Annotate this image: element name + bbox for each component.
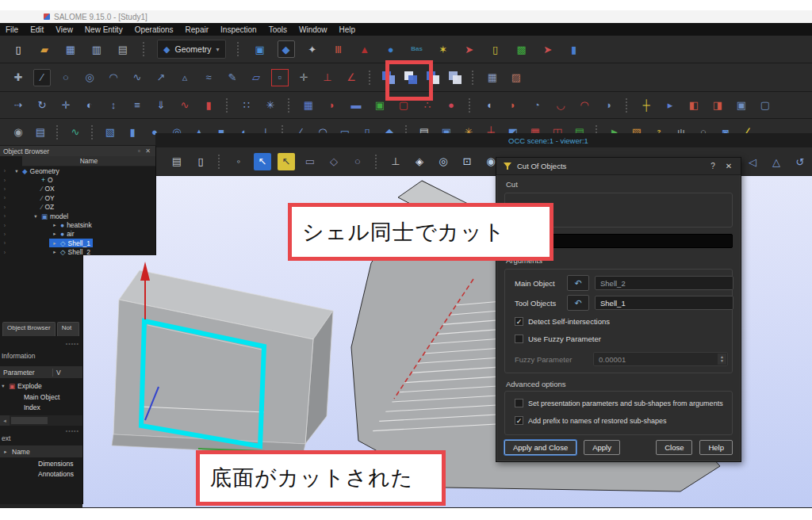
top-view-icon[interactable]: △ <box>768 153 785 170</box>
selection-arrow-icon[interactable]: ↶ <box>567 275 589 291</box>
clone-view-icon[interactable]: ▯ <box>192 153 209 170</box>
visibility-chevron-icon[interactable]: › <box>0 195 10 201</box>
menu-tools[interactable]: Tools <box>266 25 289 34</box>
menu-help[interactable]: Help <box>337 25 358 34</box>
remove-webs-icon[interactable]: ◧ <box>685 97 703 114</box>
keyboard-interaction-icon[interactable]: ↖ <box>278 153 295 170</box>
trihedron-op-icon[interactable]: ┼ <box>638 97 655 114</box>
visibility-chevron-icon[interactable]: › <box>0 240 10 246</box>
vector-icon[interactable]: ↗ <box>152 69 170 86</box>
polyline-icon[interactable]: ▵ <box>176 69 193 86</box>
section-icon[interactable] <box>447 70 463 86</box>
plane-icon[interactable]: ▱ <box>247 69 265 86</box>
open-icon[interactable]: ▰ <box>36 40 53 58</box>
detect-self-intersections-checkbox[interactable] <box>515 317 523 326</box>
bas-icon[interactable]: Bas <box>408 40 426 58</box>
cylinder-icon[interactable]: ▮ <box>124 124 141 141</box>
limit-tolerance-icon[interactable]: ▣ <box>733 97 750 114</box>
chart-icon[interactable]: ▮ <box>565 40 583 58</box>
use-fuzzy-parameter-checkbox[interactable] <box>515 335 523 343</box>
tree-item-index[interactable]: Index <box>0 402 82 412</box>
expander-icon[interactable]: ▾ <box>33 213 39 220</box>
tab-object-browser[interactable]: Object Browser <box>2 322 56 336</box>
geometry-module-icon[interactable]: ◆ <box>278 40 295 58</box>
close-button[interactable]: Close <box>656 440 692 455</box>
tree-item-heatsink[interactable]: ›▸●heatsink <box>0 220 155 229</box>
dialog-close-icon[interactable]: ✕ <box>723 162 734 170</box>
value-column-header[interactable]: V <box>53 369 61 377</box>
dialog-titlebar[interactable]: Cut Of Objects ? ✕ <box>496 158 741 175</box>
chamfer-icon[interactable]: ◗ <box>504 97 522 114</box>
view-cube-icon[interactable]: ◈ <box>411 153 428 170</box>
rgb-icon[interactable]: Ⅲ <box>330 40 347 58</box>
parameter-column-header[interactable]: Parameter <box>0 369 53 377</box>
copy-icon[interactable]: ▥ <box>88 40 105 58</box>
offset-icon[interactable]: ≡ <box>128 97 146 114</box>
local-cs-icon[interactable]: ⊥ <box>319 69 336 86</box>
fuzzy-parameter-field[interactable]: 0.00001 ▲▼ <box>593 352 728 366</box>
extension-icon[interactable]: ∿ <box>176 97 193 114</box>
menu-operations[interactable]: Operations <box>132 25 176 34</box>
list-item-annotations[interactable]: Annotations <box>38 470 74 478</box>
expander-icon[interactable]: ▾ <box>0 383 6 389</box>
arc-icon[interactable]: ◠ <box>105 69 122 86</box>
fit-all-icon[interactable]: ◎ <box>435 153 452 170</box>
feature-detection-icon[interactable]: ▨ <box>508 69 525 86</box>
dock-handle-2[interactable]: ••••• <box>66 428 79 434</box>
selection-arrow-icon-2[interactable]: ↶ <box>567 295 589 311</box>
sphere-op-icon[interactable]: ● <box>442 97 460 114</box>
save-icon[interactable]: ▦ <box>62 40 79 58</box>
set-presentation-checkbox[interactable] <box>515 399 523 407</box>
mesh-icon[interactable]: ▲ <box>356 40 373 58</box>
horizontal-scrollbar[interactable]: ◂ <box>0 415 82 426</box>
close-panel-icon[interactable]: ✕ <box>144 147 152 155</box>
reset-view-icon[interactable]: ↺ <box>791 153 809 170</box>
visibility-chevron-icon[interactable]: › <box>0 231 10 237</box>
picture-view-icon[interactable]: ▦ <box>484 69 501 86</box>
tree-item-air[interactable]: ›▸●air <box>0 230 155 239</box>
notebook-icon[interactable]: ▯ <box>487 40 504 58</box>
fillet-2d-icon[interactable]: ◔ <box>528 97 546 114</box>
tool-objects-field[interactable]: Shell_1 <box>595 296 733 310</box>
tree-item-oz[interactable]: ›∕OZ <box>0 203 155 212</box>
shell-cut-box[interactable] <box>112 262 333 455</box>
visibility-chevron-icon[interactable]: › <box>0 186 10 192</box>
scroll-left-icon[interactable]: ◂ <box>0 415 10 426</box>
expander-icon[interactable]: ▸ <box>52 222 58 228</box>
menu-new-entity[interactable]: New Entity <box>82 25 125 34</box>
float-panel-icon[interactable]: ▫ <box>135 147 144 155</box>
circle-icon[interactable]: ○ <box>57 69 75 86</box>
name-column-header[interactable]: Name <box>22 156 155 166</box>
front-view-icon[interactable]: ◁ <box>744 153 761 170</box>
ellipse-icon[interactable]: ◎ <box>81 69 98 86</box>
rounded-box-icon[interactable]: ▢ <box>756 97 774 114</box>
tree-item-explode[interactable]: ▾ ▣ Explode <box>0 380 82 391</box>
multi-rotation-icon[interactable]: ✳ <box>262 97 279 114</box>
paravis-icon[interactable]: ● <box>382 40 400 58</box>
apply-and-close-button[interactable]: Apply and Close <box>504 440 576 455</box>
rect-select-icon[interactable]: ▭ <box>301 153 319 170</box>
pin2-icon[interactable]: ➤ <box>539 40 557 58</box>
list-item-dimensions[interactable]: Dimensions <box>38 460 73 468</box>
screenshot-icon[interactable]: ▤ <box>114 40 132 58</box>
visibility-chevron-icon[interactable]: › <box>0 168 10 174</box>
translation-icon[interactable]: ⇢ <box>10 97 27 114</box>
add-prefix-checkbox[interactable] <box>515 416 523 425</box>
sketch-icon[interactable]: ✎ <box>224 69 241 86</box>
scale-icon[interactable]: ↕ <box>105 97 122 114</box>
tab-notebook[interactable]: Not <box>57 322 79 336</box>
visibility-chevron-icon[interactable]: › <box>0 223 10 228</box>
interaction-style-icon[interactable]: ↖ <box>254 153 271 170</box>
visibility-chevron-icon[interactable]: › <box>0 250 10 255</box>
circle-select-icon[interactable]: ○ <box>349 153 366 170</box>
point-icon[interactable]: ✚ <box>10 69 27 86</box>
module-selector[interactable]: ◆Geometry▾ <box>157 40 226 59</box>
axis-icon[interactable]: ∠ <box>343 69 360 86</box>
chamfer-2d-icon[interactable]: ◠ <box>576 97 593 114</box>
mirror-icon[interactable]: ◐ <box>81 97 98 114</box>
text-panel-name-header[interactable]: ▸ Name <box>0 445 82 457</box>
visibility-chevron-icon[interactable]: › <box>0 213 10 219</box>
position-icon[interactable]: ▮ <box>200 97 217 114</box>
expander-icon[interactable]: ▸ <box>52 240 58 247</box>
multi-translation-icon[interactable]: ∷ <box>238 97 255 114</box>
